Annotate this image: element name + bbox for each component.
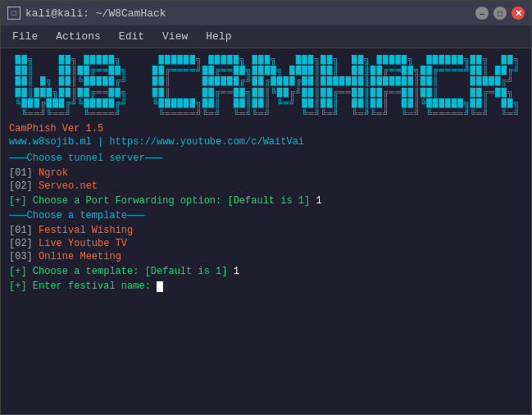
template-divider: ———Choose a template———	[9, 210, 523, 221]
festival-prompt-text: [+] Enter festival name:	[9, 280, 157, 292]
version-line: CamPhish Ver 1.5	[9, 123, 523, 135]
template-option-2: [02] Live Youtube TV	[9, 238, 523, 249]
menu-view[interactable]: View	[154, 29, 196, 44]
close-button[interactable]: ✕	[512, 7, 525, 20]
menu-edit[interactable]: Edit	[111, 29, 152, 44]
template-label-1: Festival Wishing	[39, 225, 133, 236]
template-num-3: [03]	[9, 251, 39, 262]
tunnel-option-1: [01] Ngrok	[9, 167, 523, 179]
terminal-content[interactable]: ██╗ ██╗ █████╗ ██████╗ █████╗ ███╗ ███╗█…	[1, 48, 531, 414]
terminal-window: □ kali@kali: ~/W8CamHack – □ ✕ File Acti…	[0, 0, 532, 415]
menu-bar: File Actions Edit View Help	[1, 25, 531, 48]
template-label-3: Online Meeting	[39, 251, 121, 262]
menu-help[interactable]: Help	[198, 29, 239, 44]
tunnel-divider: ———Choose tunnel server———	[9, 153, 523, 164]
tunnel-num-1: [01]	[9, 167, 39, 179]
title-bar-controls: – □ ✕	[475, 7, 525, 20]
tunnel-label-1: Ngrok	[39, 167, 68, 179]
minimize-button[interactable]: –	[475, 7, 489, 20]
title-bar: □ kali@kali: ~/W8CamHack – □ ✕	[1, 1, 531, 25]
tunnel-option-2: [02] Serveo.net	[9, 180, 523, 192]
template-value: 1	[234, 266, 239, 277]
festival-prompt: [+] Enter festival name:	[9, 280, 523, 292]
template-option-1: [01] Festival Wishing	[9, 225, 523, 236]
menu-actions[interactable]: Actions	[48, 29, 109, 44]
window-title: kali@kali: ~/W8CamHack	[25, 7, 166, 20]
tunnel-num-2: [02]	[9, 180, 39, 192]
port-prompt-text: [+] Choose a Port Forwarding option: [De…	[9, 195, 316, 207]
website-line: www.w8sojib.ml | https://www.youtube.com…	[9, 136, 523, 148]
port-prompt: [+] Choose a Port Forwarding option: [De…	[9, 195, 523, 207]
port-value: 1	[316, 195, 321, 207]
template-prompt: [+] Choose a template: [Default is 1] 1	[9, 266, 523, 277]
template-num-2: [02]	[9, 238, 39, 249]
maximize-button[interactable]: □	[493, 7, 507, 20]
template-option-3: [03] Online Meeting	[9, 251, 523, 262]
tunnel-label-2: Serveo.net	[39, 180, 98, 192]
ascii-art: ██╗ ██╗ █████╗ ██████╗ █████╗ ███╗ ███╗█…	[9, 55, 523, 120]
title-bar-left: □ kali@kali: ~/W8CamHack	[7, 7, 166, 20]
cursor	[157, 281, 163, 292]
window-icon: □	[7, 7, 20, 20]
template-prompt-text: [+] Choose a template: [Default is 1]	[9, 266, 234, 277]
template-num-1: [01]	[9, 225, 39, 236]
menu-file[interactable]: File	[4, 29, 46, 44]
template-label-2: Live Youtube TV	[39, 238, 127, 249]
